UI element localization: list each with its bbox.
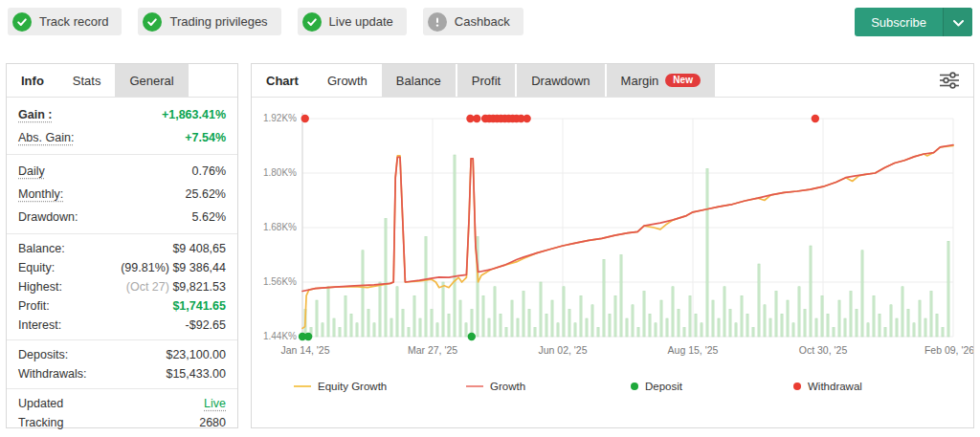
stat-row-balance: Balance:$9 408,65 bbox=[7, 239, 237, 258]
badge-label: Track record bbox=[39, 14, 108, 29]
stat-value: 0.76% bbox=[192, 164, 226, 178]
badge-track-record[interactable]: Track record bbox=[8, 8, 122, 35]
badge-trading-privileges[interactable]: Trading privileges bbox=[138, 8, 280, 35]
stats-panel-tabs: Info Stats General bbox=[7, 64, 237, 98]
tab-label: Chart bbox=[266, 74, 299, 88]
stat-row-gain: Gain :+1,863.41% bbox=[7, 103, 237, 126]
divider bbox=[7, 388, 237, 389]
divider bbox=[7, 154, 237, 155]
chevron-down-icon bbox=[953, 15, 964, 30]
stat-row-drawdown: Drawdown:5.62% bbox=[7, 206, 237, 229]
tab-label: Growth bbox=[327, 74, 368, 88]
tab-label: Drawdown bbox=[531, 74, 590, 88]
chart-legend: Equity GrowthGrowthDepositWithdrawal bbox=[252, 375, 973, 404]
stat-label: Tracking bbox=[18, 416, 63, 429]
badge-label: Cashback bbox=[455, 14, 510, 29]
stats-panel: Info Stats General Gain :+1,863.41%Abs. … bbox=[6, 63, 238, 428]
chart-panel-tabs: Chart Growth Balance Profit Drawdown Mar… bbox=[252, 64, 973, 98]
stat-row-equity: Equity:(99.81%) $9 386,44 bbox=[7, 258, 237, 277]
tab-label: Stats bbox=[73, 74, 101, 88]
legend-item-deposit[interactable]: Deposit bbox=[631, 381, 682, 392]
stat-value: $23,100.00 bbox=[166, 348, 226, 361]
svg-text:Aug 15, '25: Aug 15, '25 bbox=[668, 344, 719, 356]
check-icon bbox=[143, 12, 162, 32]
tab-label: Info bbox=[21, 74, 44, 88]
tab-margin[interactable]: Margin New bbox=[607, 64, 715, 97]
tab-growth[interactable]: Growth bbox=[313, 64, 382, 97]
stat-value: $1,741.65 bbox=[172, 299, 226, 313]
stat-label: Equity: bbox=[18, 261, 55, 274]
legend-label: Equity Growth bbox=[318, 381, 387, 392]
stat-value: +7.54% bbox=[185, 131, 226, 144]
stat-label: Profit: bbox=[18, 299, 50, 313]
svg-text:1.80K%: 1.80K% bbox=[263, 167, 297, 178]
stat-label: Drawdown: bbox=[18, 210, 78, 224]
legend-label: Deposit bbox=[645, 381, 682, 392]
stat-label: Interest: bbox=[18, 318, 61, 332]
stat-row-monthly: Monthly:25.62% bbox=[7, 183, 237, 206]
svg-text:Jan 14, '25: Jan 14, '25 bbox=[280, 344, 329, 356]
tab-general[interactable]: General bbox=[115, 64, 188, 97]
badge-live-update[interactable]: Live update bbox=[298, 8, 407, 35]
growth-chart-plot[interactable]: 1.92K%1.80K%1.68K%1.56K%1.44K%Jan 14, '2… bbox=[252, 105, 973, 369]
legend-item-growth[interactable]: Growth bbox=[466, 381, 525, 392]
stat-row-abs-gain: Abs. Gain:+7.54% bbox=[7, 126, 237, 149]
svg-text:Feb 09, '26: Feb 09, '26 bbox=[924, 344, 973, 356]
stat-row-highest: Highest:(Oct 27) $9,821.53 bbox=[7, 277, 237, 296]
stat-row-interest: Interest:-$92.65 bbox=[7, 316, 237, 335]
exclamation-icon bbox=[428, 12, 447, 32]
stat-label: Balance: bbox=[18, 242, 65, 255]
legend-line-swatch bbox=[466, 385, 483, 387]
stats-list: Gain :+1,863.41%Abs. Gain:+7.54%Daily0.7… bbox=[7, 98, 237, 432]
badge-cashback[interactable]: Cashback bbox=[423, 8, 523, 35]
subscribe-split-button: Subscribe bbox=[855, 8, 972, 36]
stat-value: $15,433.00 bbox=[166, 367, 226, 381]
legend-item-equity-growth[interactable]: Equity Growth bbox=[294, 381, 387, 392]
legend-item-withdrawal[interactable]: Withdrawal bbox=[793, 381, 862, 392]
tab-info[interactable]: Info bbox=[7, 64, 58, 97]
tab-chart[interactable]: Chart bbox=[252, 64, 313, 97]
tab-profit[interactable]: Profit bbox=[457, 64, 515, 97]
stat-label[interactable]: Abs. Gain: bbox=[18, 131, 74, 144]
legend-dot-swatch bbox=[631, 382, 638, 390]
growth-chart: 1.92K%1.80K%1.68K%1.56K%1.44K%Jan 14, '2… bbox=[252, 98, 973, 404]
subscribe-dropdown-button[interactable] bbox=[943, 8, 972, 36]
tab-label: Balance bbox=[396, 74, 441, 88]
stat-label: Withdrawals: bbox=[18, 367, 87, 381]
tab-balance[interactable]: Balance bbox=[382, 64, 456, 97]
stat-value: 5.62% bbox=[192, 210, 226, 224]
verification-badges: Track record Trading privileges Live upd… bbox=[8, 8, 523, 35]
stat-label[interactable]: Gain : bbox=[18, 108, 52, 121]
stat-value: (Oct 27) $9,821.53 bbox=[126, 280, 226, 294]
chart-panel: Chart Growth Balance Profit Drawdown Mar… bbox=[251, 63, 974, 428]
stat-row-tracking: Tracking2680 bbox=[7, 413, 237, 432]
svg-text:1.92K%: 1.92K% bbox=[263, 113, 297, 123]
stat-value: -$92.65 bbox=[186, 318, 226, 332]
account-stats-page: Track record Trading privileges Live upd… bbox=[0, 0, 980, 437]
svg-text:1.44K%: 1.44K% bbox=[263, 331, 297, 341]
badge-label: Live update bbox=[329, 14, 393, 29]
stat-value[interactable]: Live bbox=[204, 397, 226, 410]
check-icon bbox=[12, 12, 32, 32]
svg-text:Mar 27, '25: Mar 27, '25 bbox=[408, 344, 457, 356]
stat-row-daily: Daily0.76% bbox=[7, 160, 237, 183]
stat-label: Highest: bbox=[18, 280, 62, 294]
tab-drawdown[interactable]: Drawdown bbox=[517, 64, 604, 97]
stat-row-updated: UpdatedLive bbox=[7, 394, 237, 413]
tab-stats[interactable]: Stats bbox=[58, 64, 116, 97]
stat-value: (99.81%) $9 386,44 bbox=[121, 261, 226, 274]
stat-value: 25.62% bbox=[186, 187, 226, 201]
check-icon bbox=[302, 12, 322, 32]
stat-label[interactable]: Monthly: bbox=[18, 187, 63, 201]
subscribe-button[interactable]: Subscribe bbox=[855, 8, 943, 36]
chart-settings-button[interactable] bbox=[937, 71, 962, 92]
tab-label: General bbox=[129, 74, 173, 88]
legend-dot-swatch bbox=[793, 382, 801, 390]
new-badge: New bbox=[665, 74, 701, 87]
subscribe-label: Subscribe bbox=[871, 15, 926, 30]
legend-label: Growth bbox=[490, 381, 525, 392]
svg-text:1.56K%: 1.56K% bbox=[263, 276, 297, 287]
stat-label[interactable]: Daily bbox=[18, 164, 45, 178]
svg-text:1.68K%: 1.68K% bbox=[263, 222, 297, 232]
tab-label: Margin bbox=[621, 74, 659, 88]
